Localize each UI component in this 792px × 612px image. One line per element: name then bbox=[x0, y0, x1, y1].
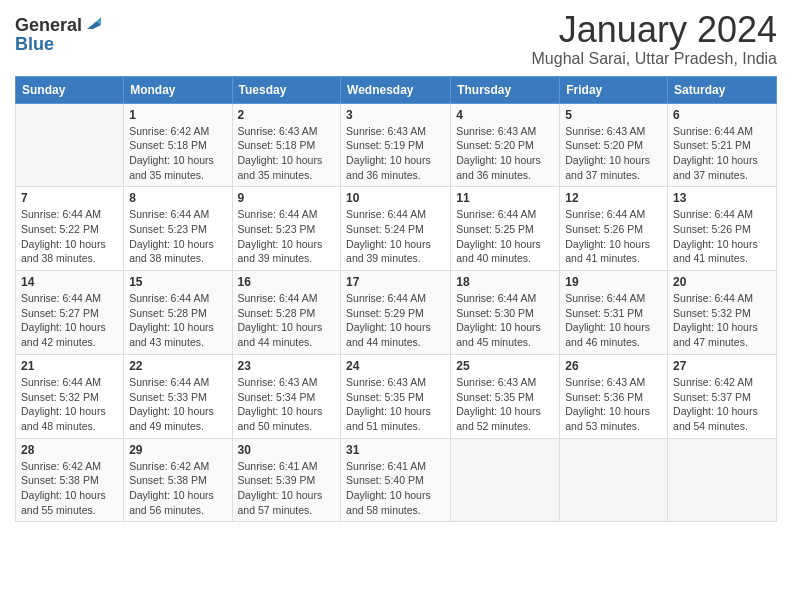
day-number: 22 bbox=[129, 359, 226, 373]
day-info: Sunrise: 6:43 AM Sunset: 5:18 PM Dayligh… bbox=[238, 124, 336, 183]
day-info: Sunrise: 6:44 AM Sunset: 5:22 PM Dayligh… bbox=[21, 207, 118, 266]
day-info: Sunrise: 6:41 AM Sunset: 5:39 PM Dayligh… bbox=[238, 459, 336, 518]
calendar-cell bbox=[16, 103, 124, 187]
calendar-cell: 18Sunrise: 6:44 AM Sunset: 5:30 PM Dayli… bbox=[451, 271, 560, 355]
day-number: 29 bbox=[129, 443, 226, 457]
calendar-cell: 3Sunrise: 6:43 AM Sunset: 5:19 PM Daylig… bbox=[341, 103, 451, 187]
calendar-cell: 31Sunrise: 6:41 AM Sunset: 5:40 PM Dayli… bbox=[341, 438, 451, 522]
day-number: 13 bbox=[673, 191, 771, 205]
day-number: 20 bbox=[673, 275, 771, 289]
day-number: 19 bbox=[565, 275, 662, 289]
day-info: Sunrise: 6:44 AM Sunset: 5:21 PM Dayligh… bbox=[673, 124, 771, 183]
calendar-header-row: SundayMondayTuesdayWednesdayThursdayFrid… bbox=[16, 76, 777, 103]
day-info: Sunrise: 6:44 AM Sunset: 5:29 PM Dayligh… bbox=[346, 291, 445, 350]
calendar-cell: 5Sunrise: 6:43 AM Sunset: 5:20 PM Daylig… bbox=[560, 103, 668, 187]
calendar-cell: 24Sunrise: 6:43 AM Sunset: 5:35 PM Dayli… bbox=[341, 354, 451, 438]
logo-blue-text: Blue bbox=[15, 34, 54, 55]
day-info: Sunrise: 6:44 AM Sunset: 5:30 PM Dayligh… bbox=[456, 291, 554, 350]
calendar-cell: 23Sunrise: 6:43 AM Sunset: 5:34 PM Dayli… bbox=[232, 354, 341, 438]
day-info: Sunrise: 6:44 AM Sunset: 5:32 PM Dayligh… bbox=[673, 291, 771, 350]
day-number: 4 bbox=[456, 108, 554, 122]
day-number: 30 bbox=[238, 443, 336, 457]
weekday-header-thursday: Thursday bbox=[451, 76, 560, 103]
day-number: 27 bbox=[673, 359, 771, 373]
day-number: 6 bbox=[673, 108, 771, 122]
day-info: Sunrise: 6:43 AM Sunset: 5:35 PM Dayligh… bbox=[456, 375, 554, 434]
calendar-cell: 1Sunrise: 6:42 AM Sunset: 5:18 PM Daylig… bbox=[124, 103, 232, 187]
day-number: 17 bbox=[346, 275, 445, 289]
day-info: Sunrise: 6:44 AM Sunset: 5:24 PM Dayligh… bbox=[346, 207, 445, 266]
calendar-cell: 30Sunrise: 6:41 AM Sunset: 5:39 PM Dayli… bbox=[232, 438, 341, 522]
calendar-cell: 7Sunrise: 6:44 AM Sunset: 5:22 PM Daylig… bbox=[16, 187, 124, 271]
day-info: Sunrise: 6:43 AM Sunset: 5:34 PM Dayligh… bbox=[238, 375, 336, 434]
calendar-cell: 14Sunrise: 6:44 AM Sunset: 5:27 PM Dayli… bbox=[16, 271, 124, 355]
calendar-cell: 17Sunrise: 6:44 AM Sunset: 5:29 PM Dayli… bbox=[341, 271, 451, 355]
calendar-cell: 19Sunrise: 6:44 AM Sunset: 5:31 PM Dayli… bbox=[560, 271, 668, 355]
day-info: Sunrise: 6:44 AM Sunset: 5:28 PM Dayligh… bbox=[129, 291, 226, 350]
day-number: 23 bbox=[238, 359, 336, 373]
day-info: Sunrise: 6:43 AM Sunset: 5:35 PM Dayligh… bbox=[346, 375, 445, 434]
day-info: Sunrise: 6:44 AM Sunset: 5:26 PM Dayligh… bbox=[673, 207, 771, 266]
calendar-week-row: 1Sunrise: 6:42 AM Sunset: 5:18 PM Daylig… bbox=[16, 103, 777, 187]
header: General Blue January 2024 Mughal Sarai, … bbox=[15, 10, 777, 68]
calendar-cell: 22Sunrise: 6:44 AM Sunset: 5:33 PM Dayli… bbox=[124, 354, 232, 438]
day-info: Sunrise: 6:44 AM Sunset: 5:23 PM Dayligh… bbox=[129, 207, 226, 266]
calendar-cell: 16Sunrise: 6:44 AM Sunset: 5:28 PM Dayli… bbox=[232, 271, 341, 355]
day-info: Sunrise: 6:44 AM Sunset: 5:28 PM Dayligh… bbox=[238, 291, 336, 350]
logo: General Blue bbox=[15, 15, 101, 55]
day-number: 3 bbox=[346, 108, 445, 122]
day-number: 18 bbox=[456, 275, 554, 289]
weekday-header-friday: Friday bbox=[560, 76, 668, 103]
calendar-cell bbox=[451, 438, 560, 522]
weekday-header-wednesday: Wednesday bbox=[341, 76, 451, 103]
weekday-header-monday: Monday bbox=[124, 76, 232, 103]
title-area: January 2024 Mughal Sarai, Uttar Pradesh… bbox=[532, 10, 777, 68]
calendar-week-row: 28Sunrise: 6:42 AM Sunset: 5:38 PM Dayli… bbox=[16, 438, 777, 522]
day-info: Sunrise: 6:44 AM Sunset: 5:26 PM Dayligh… bbox=[565, 207, 662, 266]
day-info: Sunrise: 6:42 AM Sunset: 5:37 PM Dayligh… bbox=[673, 375, 771, 434]
day-number: 15 bbox=[129, 275, 226, 289]
calendar-cell: 25Sunrise: 6:43 AM Sunset: 5:35 PM Dayli… bbox=[451, 354, 560, 438]
calendar-cell bbox=[668, 438, 777, 522]
calendar-week-row: 21Sunrise: 6:44 AM Sunset: 5:32 PM Dayli… bbox=[16, 354, 777, 438]
calendar-cell: 26Sunrise: 6:43 AM Sunset: 5:36 PM Dayli… bbox=[560, 354, 668, 438]
day-number: 28 bbox=[21, 443, 118, 457]
calendar-cell: 6Sunrise: 6:44 AM Sunset: 5:21 PM Daylig… bbox=[668, 103, 777, 187]
calendar-cell: 4Sunrise: 6:43 AM Sunset: 5:20 PM Daylig… bbox=[451, 103, 560, 187]
month-year-title: January 2024 bbox=[532, 10, 777, 50]
day-number: 5 bbox=[565, 108, 662, 122]
day-info: Sunrise: 6:41 AM Sunset: 5:40 PM Dayligh… bbox=[346, 459, 445, 518]
day-number: 10 bbox=[346, 191, 445, 205]
calendar-cell: 10Sunrise: 6:44 AM Sunset: 5:24 PM Dayli… bbox=[341, 187, 451, 271]
calendar-cell: 2Sunrise: 6:43 AM Sunset: 5:18 PM Daylig… bbox=[232, 103, 341, 187]
calendar-table: SundayMondayTuesdayWednesdayThursdayFrid… bbox=[15, 76, 777, 523]
day-number: 11 bbox=[456, 191, 554, 205]
day-info: Sunrise: 6:44 AM Sunset: 5:27 PM Dayligh… bbox=[21, 291, 118, 350]
weekday-header-tuesday: Tuesday bbox=[232, 76, 341, 103]
calendar-cell: 28Sunrise: 6:42 AM Sunset: 5:38 PM Dayli… bbox=[16, 438, 124, 522]
calendar-cell: 11Sunrise: 6:44 AM Sunset: 5:25 PM Dayli… bbox=[451, 187, 560, 271]
day-number: 1 bbox=[129, 108, 226, 122]
day-info: Sunrise: 6:42 AM Sunset: 5:38 PM Dayligh… bbox=[21, 459, 118, 518]
day-number: 9 bbox=[238, 191, 336, 205]
calendar-cell: 20Sunrise: 6:44 AM Sunset: 5:32 PM Dayli… bbox=[668, 271, 777, 355]
calendar-cell: 12Sunrise: 6:44 AM Sunset: 5:26 PM Dayli… bbox=[560, 187, 668, 271]
calendar-cell: 9Sunrise: 6:44 AM Sunset: 5:23 PM Daylig… bbox=[232, 187, 341, 271]
day-info: Sunrise: 6:43 AM Sunset: 5:36 PM Dayligh… bbox=[565, 375, 662, 434]
day-number: 25 bbox=[456, 359, 554, 373]
calendar-cell: 8Sunrise: 6:44 AM Sunset: 5:23 PM Daylig… bbox=[124, 187, 232, 271]
day-info: Sunrise: 6:44 AM Sunset: 5:33 PM Dayligh… bbox=[129, 375, 226, 434]
calendar-week-row: 14Sunrise: 6:44 AM Sunset: 5:27 PM Dayli… bbox=[16, 271, 777, 355]
day-info: Sunrise: 6:43 AM Sunset: 5:20 PM Dayligh… bbox=[456, 124, 554, 183]
day-info: Sunrise: 6:44 AM Sunset: 5:32 PM Dayligh… bbox=[21, 375, 118, 434]
day-info: Sunrise: 6:44 AM Sunset: 5:31 PM Dayligh… bbox=[565, 291, 662, 350]
day-info: Sunrise: 6:44 AM Sunset: 5:23 PM Dayligh… bbox=[238, 207, 336, 266]
calendar-cell: 29Sunrise: 6:42 AM Sunset: 5:38 PM Dayli… bbox=[124, 438, 232, 522]
day-number: 26 bbox=[565, 359, 662, 373]
day-info: Sunrise: 6:42 AM Sunset: 5:38 PM Dayligh… bbox=[129, 459, 226, 518]
day-info: Sunrise: 6:44 AM Sunset: 5:25 PM Dayligh… bbox=[456, 207, 554, 266]
day-number: 8 bbox=[129, 191, 226, 205]
calendar-cell bbox=[560, 438, 668, 522]
day-number: 31 bbox=[346, 443, 445, 457]
calendar-week-row: 7Sunrise: 6:44 AM Sunset: 5:22 PM Daylig… bbox=[16, 187, 777, 271]
